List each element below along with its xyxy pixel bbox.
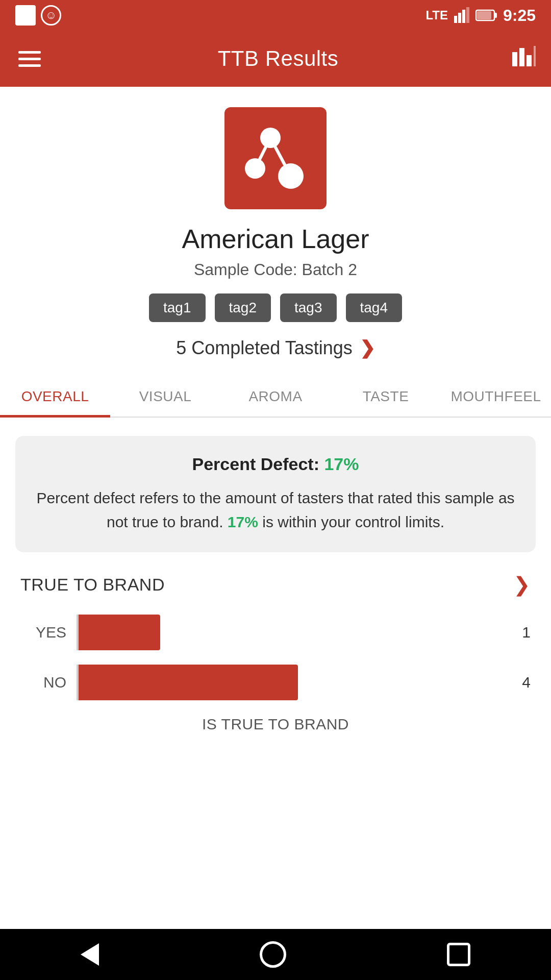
defect-title: Percent Defect: 17% (36, 454, 515, 474)
chevron-right-icon: ❯ (360, 337, 375, 359)
defect-desc-suffix: is within your control limits. (258, 513, 444, 530)
android-icon: ☺ (41, 5, 61, 26)
status-left-icons: ☺ (15, 5, 61, 26)
svg-rect-8 (519, 48, 524, 66)
defect-card: Percent Defect: 17% Percent defect refer… (15, 436, 536, 552)
tag-1: tag1 (149, 293, 206, 322)
bar-no-value: 4 (522, 674, 531, 691)
sample-code: Sample Code: Batch 2 (194, 260, 357, 279)
svg-rect-1 (458, 13, 461, 23)
is-true-brand-label: IS TRUE TO BRAND (20, 716, 531, 733)
bottom-nav (0, 929, 551, 980)
app-bar: TTB Results (0, 31, 551, 87)
defect-desc-highlight: 17% (228, 513, 258, 530)
svg-rect-3 (466, 7, 469, 23)
app-bar-title: TTB Results (218, 46, 339, 71)
home-icon (260, 941, 286, 968)
svg-rect-7 (512, 52, 517, 66)
svg-rect-6 (477, 11, 491, 19)
product-name: American Lager (182, 224, 369, 254)
tab-aroma[interactable]: AROMA (220, 374, 331, 418)
completed-tastings-link[interactable]: 5 Completed Tastings ❯ (176, 337, 375, 359)
tab-overall[interactable]: OVERALL (0, 374, 110, 418)
bar-yes-value: 1 (522, 624, 531, 641)
bar-yes-track (77, 615, 513, 650)
tag-3: tag3 (280, 293, 337, 322)
menu-button[interactable] (14, 47, 45, 71)
bar-yes-label: YES (20, 624, 66, 641)
bar-no-label: NO (20, 674, 66, 691)
true-to-brand-section: TRUE TO BRAND ❯ YES 1 NO 4 (0, 573, 551, 733)
tag-4: tag4 (346, 293, 403, 322)
home-button[interactable] (260, 941, 286, 968)
sim-icon (15, 5, 36, 26)
tags-row: tag1 tag2 tag3 tag4 (149, 293, 402, 322)
bar-axis-no (77, 665, 79, 700)
svg-rect-2 (462, 10, 465, 23)
content-area: American Lager Sample Code: Batch 2 tag1… (0, 87, 551, 784)
status-time: 9:25 (503, 6, 536, 25)
defect-description: Percent defect refers to the amount of t… (36, 486, 515, 534)
back-icon (81, 943, 99, 966)
bar-row-no: NO 4 (20, 665, 531, 700)
tag-2: tag2 (215, 293, 271, 322)
recents-button[interactable] (447, 943, 470, 966)
recents-icon (447, 943, 470, 966)
lte-icon: LTE (425, 8, 448, 22)
battery-icon (475, 8, 498, 22)
product-logo (224, 107, 327, 209)
bar-axis-yes (77, 615, 79, 650)
section-title: TRUE TO BRAND (20, 575, 165, 595)
back-button[interactable] (81, 943, 99, 966)
bar-chart: YES 1 NO 4 (20, 615, 531, 700)
svg-rect-5 (494, 13, 497, 18)
defect-title-label: Percent Defect: (192, 454, 324, 474)
bar-row-yes: YES 1 (20, 615, 531, 650)
section-header[interactable]: TRUE TO BRAND ❯ (20, 573, 531, 596)
tab-visual[interactable]: VISUAL (110, 374, 220, 418)
defect-percent: 17% (324, 454, 359, 474)
bar-yes-fill (79, 615, 160, 650)
section-chevron-icon: ❯ (513, 573, 531, 596)
status-bar: ☺ LTE 9:25 (0, 0, 551, 31)
chart-button[interactable] (511, 45, 537, 72)
svg-rect-0 (454, 16, 457, 23)
tab-taste[interactable]: TASTE (331, 374, 441, 418)
tab-mouthfeel[interactable]: MOUTHFEEL (441, 374, 551, 418)
svg-rect-10 (534, 46, 536, 66)
status-right-icons: LTE 9:25 (425, 6, 536, 25)
bar-no-track (77, 665, 513, 700)
signal-icon (453, 7, 470, 24)
svg-rect-9 (527, 55, 532, 66)
bar-no-fill (79, 665, 298, 700)
completed-tastings-text: 5 Completed Tastings (176, 337, 353, 359)
tabs-row: OVERALL VISUAL AROMA TASTE MOUTHFEEL (0, 374, 551, 418)
